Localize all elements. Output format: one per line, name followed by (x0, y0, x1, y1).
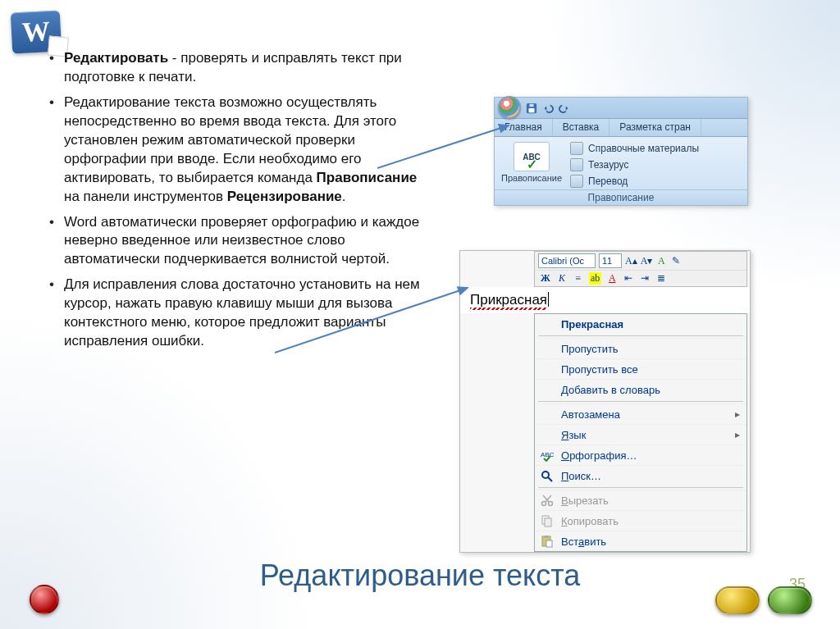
mini-toolbar: Calibri (Ос 11 A▴ A▾ A ✎ Ж К ≡ ab A ⇤ ⇥ … (534, 251, 747, 287)
misspelled-word: Прикрасная (470, 292, 547, 308)
ctx-paste-rest: вить (584, 536, 606, 548)
word-logo-icon: W (11, 10, 62, 53)
ctx-search[interactable]: Поиск… (535, 465, 746, 485)
bullet-3: Word автоматически проверяет орфографию … (49, 213, 435, 270)
research-icon (570, 142, 583, 155)
nav-next-button[interactable] (768, 586, 812, 614)
svg-text:ABC: ABC (541, 451, 555, 458)
svg-point-5 (542, 472, 549, 478)
bullets-icon[interactable]: ≣ (655, 272, 667, 285)
bullet-2-b: на панели инструментов (64, 189, 227, 204)
bold-icon[interactable]: Ж (540, 272, 551, 285)
italic-icon[interactable]: К (556, 272, 568, 285)
svg-rect-13 (546, 540, 552, 547)
nav-stop-button[interactable] (30, 585, 59, 614)
bullet-2-c: . (342, 189, 346, 204)
bullet-1-bold: Редактировать (64, 50, 168, 66)
paste-icon (540, 535, 555, 548)
redo-icon[interactable] (559, 103, 570, 114)
bullet-4: Для исправления слова достаточно установ… (49, 276, 435, 351)
ctx-copy-rest: опировать (568, 515, 619, 527)
cut-icon (540, 494, 555, 507)
ctx-spell-rest: рфография… (569, 449, 637, 462)
format-painter-icon[interactable]: ✎ (670, 255, 682, 267)
ctx-cut-rest: ырезать (568, 495, 609, 507)
text-cursor-icon (548, 292, 549, 307)
ctx-add-dictionary[interactable]: Добавить в словарь (535, 379, 746, 399)
ctx-spelling[interactable]: ABC Орфография… (535, 444, 746, 465)
tab-home[interactable]: Главная (495, 119, 553, 136)
font-size-field[interactable]: 11 (599, 253, 622, 268)
grow-font-icon[interactable]: A▴ (625, 255, 637, 267)
ctx-spell-u: О (561, 449, 569, 462)
thesaurus-button[interactable]: Тезаурус (570, 158, 699, 171)
document-text-area[interactable]: Прикрасная (460, 287, 750, 313)
indent-dec-icon[interactable]: ⇤ (623, 272, 634, 285)
ctx-cut: Вырезать (535, 490, 746, 510)
styles-icon[interactable]: A (655, 255, 667, 267)
ribbon-group-proofing: ABC Правописание Справочные материалы Те… (495, 137, 747, 189)
thesaurus-label: Тезаурус (588, 159, 628, 171)
svg-rect-10 (545, 518, 551, 526)
research-button[interactable]: Справочные материалы (570, 142, 699, 155)
save-icon[interactable] (526, 103, 537, 114)
ctx-search-rest: оиск… (568, 470, 601, 482)
ctx-skip-label: Пропустить (561, 343, 619, 355)
ribbon-tabs: Главная Вставка Разметка стран (495, 119, 747, 137)
undo-icon[interactable] (542, 103, 554, 114)
ctx-add-u: Д (561, 384, 568, 396)
ctx-autocorrect[interactable]: Автозамена▸ (535, 403, 746, 424)
spellcheck-icon: ABC (540, 449, 555, 462)
tab-insert[interactable]: Вставка (553, 119, 610, 136)
svg-point-7 (542, 502, 546, 506)
ctx-cut-u: В (561, 495, 568, 507)
translate-label: Перевод (588, 175, 628, 187)
submenu-arrow-icon: ▸ (735, 408, 740, 420)
svg-rect-1 (529, 108, 535, 112)
ctx-paste[interactable]: Вставить (535, 531, 746, 551)
svg-point-8 (549, 502, 553, 506)
research-label: Справочные материалы (588, 143, 699, 154)
nav-prev-button[interactable] (715, 586, 760, 614)
ctx-copy: Копировать (535, 510, 746, 531)
ctx-language[interactable]: Язык▸ (535, 424, 746, 444)
ctx-skip-all-label: Пропустить все (561, 363, 638, 376)
tab-layout[interactable]: Разметка стран (609, 119, 701, 136)
indent-inc-icon[interactable]: ⇥ (639, 272, 651, 285)
copy-icon (540, 514, 555, 527)
ctx-suggestion[interactable]: Прекрасная (535, 314, 746, 334)
bullet-2-bold2: Рецензирование (227, 189, 342, 204)
search-icon (540, 469, 555, 482)
ribbon-screenshot: Главная Вставка Разметка стран ABC Право… (494, 97, 748, 206)
ctx-copy-u: К (561, 515, 568, 527)
office-button-icon[interactable] (498, 96, 521, 119)
shrink-font-icon[interactable]: A▾ (641, 255, 653, 267)
group-caption: Правописание (495, 189, 747, 205)
ctx-skip[interactable]: Пропустить (535, 338, 746, 358)
bullet-1: Редактировать - проверять и исправлять т… (49, 49, 435, 87)
ctx-search-u: П (561, 470, 568, 482)
ctx-add-rest: обавить в словарь (568, 384, 660, 396)
context-menu-screenshot: Calibri (Ос 11 A▴ A▾ A ✎ Ж К ≡ ab A ⇤ ⇥ … (459, 250, 751, 553)
ctx-skip-all[interactable]: Пропустить все (535, 358, 746, 379)
font-color-icon[interactable]: A (606, 272, 618, 285)
quick-access-toolbar (495, 98, 747, 119)
ctx-autocorrect-label: Автозамена (561, 408, 620, 421)
ctx-lang-rest: зык (568, 429, 586, 441)
thesaurus-icon (570, 158, 583, 171)
submenu-arrow-icon: ▸ (735, 429, 740, 440)
bullet-2: Редактирование текста возможно осуществл… (49, 93, 435, 207)
align-icon[interactable]: ≡ (573, 272, 584, 285)
slide-title: Редактирование текста (0, 558, 840, 593)
ctx-paste-a: Вст (561, 536, 578, 548)
spelling-button[interactable]: ABC Правописание (501, 142, 562, 188)
font-name-field[interactable]: Calibri (Ос (538, 253, 596, 268)
ctx-suggestion-label: Прекрасная (561, 318, 623, 330)
spelling-label: Правописание (501, 173, 562, 183)
svg-line-6 (548, 477, 552, 481)
translate-button[interactable]: Перевод (570, 175, 699, 188)
spelling-icon: ABC (514, 142, 550, 171)
ctx-lang-u: Я (561, 429, 568, 441)
context-menu: Прекрасная Пропустить Пропустить все Доб… (534, 313, 747, 552)
highlight-icon[interactable]: ab (589, 272, 601, 285)
